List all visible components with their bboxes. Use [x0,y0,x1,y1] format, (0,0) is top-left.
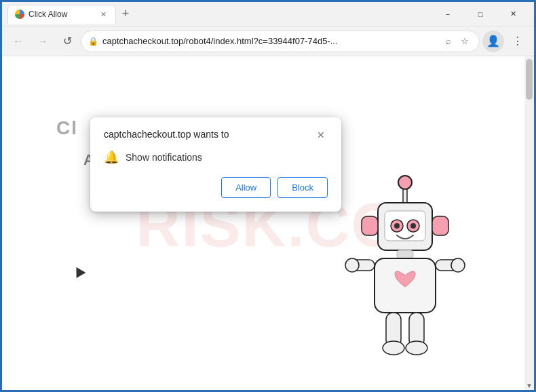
bell-icon: 🔔 [104,150,119,165]
allow-button[interactable]: Allow [221,177,271,198]
svg-point-0 [398,176,412,189]
captcha-partial-label: Cl [56,117,78,139]
minimize-button[interactable]: − [432,3,463,25]
close-button[interactable]: ✕ [497,3,529,25]
svg-rect-8 [362,216,378,235]
window-controls: − □ ✕ [432,3,529,25]
bookmark-icon[interactable]: ☆ [457,34,472,49]
lock-icon: 🔒 [88,37,98,46]
tab-title: Click Allow [28,9,94,19]
profile-icon: 👤 [486,35,500,47]
url-text: captchacheckout.top/robot4/index.html?c=… [102,36,437,46]
svg-rect-9 [432,216,448,235]
svg-point-6 [394,223,400,229]
block-button[interactable]: Block [277,177,328,198]
page-background: RISK.CO Cl ARE NOT A ROBOT. [2,56,534,392]
svg-point-15 [451,258,465,272]
mouse-cursor [72,264,86,278]
svg-point-18 [383,341,404,355]
scrollbar[interactable]: ▲ ▼ [524,56,534,392]
active-tab[interactable]: Click Allow ✕ [7,5,116,24]
tab-favicon [15,9,24,19]
popup-title: captchacheckout.top wants to [104,128,229,140]
browser-menu-button[interactable]: ⋮ [507,31,529,52]
scrollbar-down-arrow[interactable]: ▼ [524,380,534,391]
popup-buttons: Allow Block [104,177,328,198]
navigation-bar: ← → ↺ 🔒 captchacheckout.top/robot4/index… [2,26,534,56]
browser-content: RISK.CO Cl ARE NOT A ROBOT. [2,56,534,392]
tab-close-button[interactable]: ✕ [98,9,109,20]
maximize-button[interactable]: □ [465,3,496,25]
new-tab-button[interactable]: + [116,5,135,24]
forward-button[interactable]: → [32,31,54,52]
popup-header: captchacheckout.top wants to ✕ [104,128,328,142]
back-button[interactable]: ← [7,31,29,52]
notification-permission-row: 🔔 Show notifications [104,150,328,165]
profile-button[interactable]: 👤 [482,31,504,52]
svg-rect-10 [397,250,413,258]
address-bar[interactable]: 🔒 captchacheckout.top/robot4/index.html?… [81,31,480,52]
svg-rect-1 [403,189,407,204]
popup-close-button[interactable]: ✕ [314,128,328,142]
refresh-button[interactable]: ↺ [56,31,78,52]
svg-point-14 [345,258,359,272]
address-icons: ⌕ ☆ [441,34,472,49]
search-icon[interactable]: ⌕ [441,34,456,49]
svg-point-19 [406,341,427,355]
tab-area: Click Allow ✕ + [7,5,432,24]
permission-popup: captchacheckout.top wants to ✕ 🔔 Show no… [90,117,341,212]
svg-point-7 [410,223,416,229]
scrollbar-thumb[interactable] [526,59,533,100]
robot-illustration [337,170,493,392]
notification-label: Show notifications [126,152,202,163]
title-bar: Click Allow ✕ + − □ ✕ [2,2,534,26]
